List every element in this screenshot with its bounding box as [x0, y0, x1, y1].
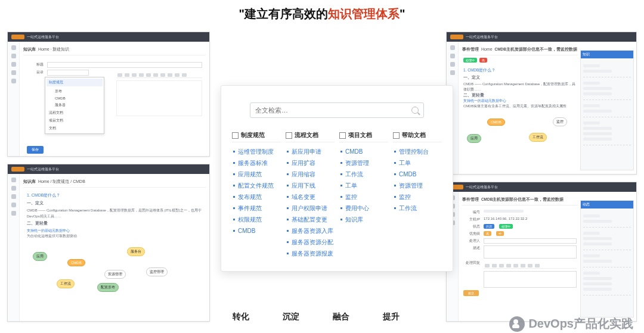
doc-link[interactable]: 基础配置变更 — [286, 214, 335, 225]
watermark: DevOps产品化实践 — [509, 316, 633, 332]
doc-link[interactable]: 监控 — [393, 191, 442, 203]
side-knowledge-panel: 知识 — [580, 50, 634, 170]
doc-link[interactable]: CMDB — [393, 169, 442, 180]
doc-link[interactable]: 服务器标准 — [232, 157, 281, 169]
doc-link[interactable]: 应用缩容 — [286, 169, 335, 180]
wechat-icon — [509, 316, 525, 332]
doc-link[interactable]: 用户权限申请 — [286, 203, 335, 214]
status-badge: 处理中 — [463, 58, 477, 63]
brand-logo — [11, 35, 24, 39]
doc-link[interactable]: 事件规范 — [232, 203, 281, 214]
title-input[interactable] — [47, 62, 202, 68]
doc-link[interactable]: 服务器资源分配 — [286, 236, 335, 248]
legend-item: 提升 — [383, 312, 400, 322]
mindmap-node: CMDB — [67, 259, 85, 266]
doc-link[interactable]: 服务器资源入库 — [286, 225, 335, 236]
doc-link[interactable]: 域名变更 — [286, 191, 335, 203]
search-box[interactable] — [250, 102, 424, 118]
category-column: 制度规范运维管理制度服务器标准应用规范配置文件规范发布规范事件规范权限规范CMD… — [232, 131, 281, 259]
doc-link[interactable]: 应用下线 — [286, 180, 335, 191]
legend-item: 融合 — [333, 312, 349, 322]
doc-link[interactable]: CMDB — [232, 225, 281, 236]
screenshot-event-with-knowledge: 一站式运维服务平台 事件管理 Home CMDB主机资源部分信息不一致，需监控数… — [446, 32, 637, 175]
title-highlight: 知识管理体系 — [328, 7, 400, 20]
doc-link[interactable]: 运维管理制度 — [232, 146, 281, 157]
doc-link[interactable]: 工作流 — [393, 203, 442, 214]
reply-editor[interactable] — [484, 271, 577, 288]
doc-link[interactable]: 监控 — [339, 191, 388, 203]
doc-link[interactable]: 工单 — [393, 157, 442, 169]
category-header: 帮助文档 — [393, 131, 442, 142]
submit-button[interactable]: 提交 — [463, 290, 479, 296]
doc-link[interactable]: 权限规范 — [232, 214, 281, 225]
doc-link[interactable]: 配置文件规范 — [232, 180, 281, 191]
category-header: 流程文档 — [286, 131, 335, 142]
platform-name: 一站式运维服务平台 — [27, 35, 59, 40]
legend: 转化 沉淀 融合 提升 — [233, 312, 400, 322]
doc-heading: 1. CMDB是什么？ — [27, 192, 202, 198]
search-icon[interactable] — [411, 107, 419, 114]
doc-link[interactable]: 应用规范 — [232, 169, 281, 180]
category-column: 帮助文档管理控制台工单CMDB资源管理监控工作流 — [393, 131, 442, 259]
category-column: 项目文档CMDB资源管理工作流工单监控费用中心知识库 — [339, 131, 388, 259]
doc-link[interactable]: 费用中心 — [339, 203, 388, 214]
doc-link[interactable]: 工作流 — [339, 169, 388, 180]
knowledge-portal-card: 制度规范运维管理制度服务器标准应用规范配置文件规范发布规范事件规范权限规范CMD… — [221, 85, 453, 272]
dir-dropdown[interactable]: 制度规范 发布 CMDB 服务器 流程文档 项目文档 文档 — [45, 77, 104, 134]
dir-select[interactable] — [47, 70, 89, 76]
screenshot-knowledge-detail: 一站式运维服务平台 知识库 Home / 制度规范 / CMDB 1. CMDB… — [7, 164, 210, 322]
search-input[interactable] — [255, 107, 411, 114]
doc-link[interactable]: 新应用申请 — [286, 146, 335, 157]
category-column: 流程文档新应用申请应用扩容应用缩容应用下线域名变更用户权限申请基础配置变更服务器… — [286, 131, 335, 259]
title-suffix: " — [400, 7, 405, 20]
doc-link[interactable]: CMDB — [339, 146, 388, 157]
screenshot-event-form: 一站式运维服务平台 事件管理 CMDB主机资源部分信息不一致，需监控数据 编号 … — [446, 182, 637, 322]
doc-link[interactable]: 服务器资源报废 — [286, 248, 335, 259]
doc-link[interactable]: 知识库 — [339, 214, 388, 225]
doc-link[interactable]: 资源管理 — [393, 180, 442, 191]
save-button[interactable]: 保存 — [27, 146, 44, 154]
doc-link[interactable]: 发布规范 — [232, 191, 281, 203]
module-title: 知识库 — [23, 47, 36, 51]
doc-link[interactable]: 应用扩容 — [286, 157, 335, 169]
priority-badge: 高 — [479, 58, 487, 63]
legend-item: 转化 — [233, 312, 249, 322]
title-prefix: "建立有序高效的 — [239, 7, 328, 20]
category-header: 项目文档 — [339, 131, 388, 142]
screenshot-knowledge-create: 一站式运维服务平台 知识库 Home · 新建知识 标题 目录 制度规范 发布 … — [7, 32, 210, 157]
legend-item: 沉淀 — [283, 312, 299, 322]
doc-link[interactable]: 工单 — [339, 180, 388, 191]
doc-link[interactable]: 资源管理 — [339, 157, 388, 169]
category-header: 制度规范 — [232, 131, 281, 142]
side-activity-panel: 动态 — [580, 200, 634, 318]
doc-link[interactable]: 管理控制台 — [393, 146, 442, 157]
